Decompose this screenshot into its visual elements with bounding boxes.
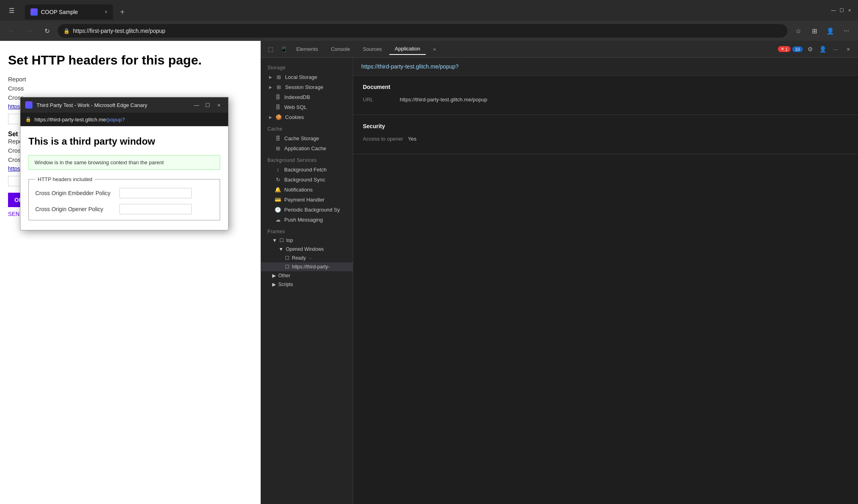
sidebar-item-local-storage[interactable]: ▶ ⊞ Local Storage xyxy=(261,72,353,82)
webpage-line-2: Cross xyxy=(8,85,253,92)
popup-url: https://third-party-test.glitch.me/popup… xyxy=(34,117,125,123)
active-tab[interactable]: COOP Sample × xyxy=(25,4,113,20)
indexeddb-label: IndexedDB xyxy=(284,94,310,100)
cache-storage-label: Cache Storage xyxy=(284,135,319,141)
devtools-sidebar: Storage ▶ ⊞ Local Storage ▶ ⊞ Session St… xyxy=(261,58,353,504)
tab-favicon xyxy=(30,8,38,16)
url-label: URL xyxy=(363,97,395,103)
sidebar-item-frames-top[interactable]: ▼ ☐ top xyxy=(261,236,353,245)
application-cache-label: Application Cache xyxy=(284,145,326,151)
sidebar-item-payment-handler[interactable]: 💳 Payment Handler xyxy=(261,195,353,205)
more-btn[interactable]: ··· xyxy=(840,24,853,38)
websql-label: Web SQL xyxy=(284,104,307,110)
frames-top-label: top xyxy=(286,238,293,243)
back-btn[interactable]: ← xyxy=(5,24,18,38)
star-btn[interactable]: ☆ xyxy=(791,24,805,38)
sidebar-item-session-storage[interactable]: ▶ ⊞ Session Storage xyxy=(261,82,353,92)
tab-elements[interactable]: Elements xyxy=(291,44,324,54)
sidebar-item-third-party[interactable]: ☐ https://third-party- xyxy=(261,262,353,271)
collections-btn[interactable]: ⊞ xyxy=(807,24,821,38)
devtools-panel: ⬚ 📱 Elements Console Sources Application… xyxy=(261,41,858,504)
session-storage-arrow: ▶ xyxy=(269,85,272,89)
popup-info-text: Window is in the same browsing context t… xyxy=(34,159,164,165)
devtools-device-icon[interactable]: 📱 xyxy=(278,44,289,55)
devtools-close-icon[interactable]: × xyxy=(843,44,854,55)
page-heading: Set HTTP headers for this page. xyxy=(8,53,253,68)
cache-storage-icon: 🗄 xyxy=(275,135,281,141)
popup-address-bar: 🔒 https://third-party-test.glitch.me/pop… xyxy=(20,113,228,126)
minimize-btn[interactable]: — xyxy=(830,7,837,14)
document-section-title: Document xyxy=(363,84,848,90)
devtools-tabbar: ⬚ 📱 Elements Console Sources Application… xyxy=(261,41,858,58)
sidebar-item-bg-fetch[interactable]: ↕ Background Fetch xyxy=(261,165,353,175)
errors-badge: ✕ 1 xyxy=(778,46,791,52)
popup-min-btn[interactable]: — xyxy=(192,101,201,109)
popup-field-2: Cross Origin Opener Policy xyxy=(35,204,213,214)
third-party-label: https://third-party- xyxy=(292,264,330,270)
popup-close-btn[interactable]: × xyxy=(214,101,223,109)
sidebar-item-cookies[interactable]: ▶ 🍪 Cookies xyxy=(261,112,353,122)
nav-actions: ☆ ⊞ 👤 ··· xyxy=(791,24,853,38)
sidebar-item-ready[interactable]: ☐ Ready → xyxy=(261,254,353,262)
popup-content: This is a third party window Window is i… xyxy=(20,126,228,230)
push-messaging-icon: ☁ xyxy=(275,217,281,223)
devtools-content: Storage ▶ ⊞ Local Storage ▶ ⊞ Session St… xyxy=(261,58,858,504)
tab-sources[interactable]: Sources xyxy=(357,44,388,54)
frames-label: Frames xyxy=(261,225,353,236)
security-section-title: Security xyxy=(363,123,848,129)
close-window-btn[interactable]: × xyxy=(846,7,853,14)
opened-windows-arrow: ▼ xyxy=(279,246,283,252)
tab-console[interactable]: Console xyxy=(325,44,356,54)
sidebar-item-indexeddb[interactable]: 🗄 IndexedDB xyxy=(261,92,353,102)
sidebar-item-cache-storage[interactable]: 🗄 Cache Storage xyxy=(261,133,353,143)
devtools-profile-icon[interactable]: 👤 xyxy=(817,44,828,55)
tab-application[interactable]: Application xyxy=(389,43,426,55)
devtools-settings-icon[interactable]: ⚙ xyxy=(804,44,816,55)
other-arrow: ▶ xyxy=(272,273,276,278)
title-bar: ☰ COOP Sample × + — ☐ × xyxy=(0,0,858,21)
ready-label: Ready xyxy=(292,255,306,261)
access-value: Yes xyxy=(408,136,416,142)
profile-btn[interactable]: 👤 xyxy=(824,24,837,38)
indexeddb-icon: 🗄 xyxy=(275,94,281,100)
new-tab-btn[interactable]: + xyxy=(115,4,130,20)
session-storage-icon: ⊞ xyxy=(275,84,282,90)
cookies-icon: 🍪 xyxy=(275,114,282,120)
sidebar-toggle-btn[interactable]: ☰ xyxy=(5,4,18,17)
popup-favicon xyxy=(25,101,32,109)
popup-field2-input[interactable] xyxy=(119,204,192,214)
popup-info-box: Window is in the same browsing context t… xyxy=(28,155,220,170)
sidebar-item-application-cache[interactable]: ⊞ Application Cache xyxy=(261,143,353,153)
popup-max-btn[interactable]: ☐ xyxy=(203,101,212,109)
sidebar-item-push-messaging[interactable]: ☁ Push Messaging xyxy=(261,215,353,225)
bg-fetch-icon: ↕ xyxy=(275,167,281,173)
forward-btn[interactable]: → xyxy=(22,24,36,38)
sidebar-item-opened-windows[interactable]: ▼ Opened Windows xyxy=(261,245,353,254)
devtools-actions: ✕ 1 10 ⚙ 👤 ··· × xyxy=(778,44,854,55)
other-label: Other xyxy=(278,273,290,278)
sidebar-item-other[interactable]: ▶ Other xyxy=(261,271,353,280)
reload-btn[interactable]: ↻ xyxy=(40,24,54,38)
warnings-badge: 10 xyxy=(792,46,803,52)
security-section: Security Access to opener Yes xyxy=(353,115,858,154)
sidebar-item-websql[interactable]: 🗄 Web SQL xyxy=(261,102,353,112)
frames-top-arrow: ▼ xyxy=(272,238,277,243)
sidebar-item-bg-sync[interactable]: ↻ Background Sync xyxy=(261,175,353,185)
tab-more[interactable]: » xyxy=(427,44,441,54)
popup-field1-input[interactable] xyxy=(119,188,192,198)
push-messaging-label: Push Messaging xyxy=(284,217,323,223)
devtools-cursor-icon[interactable]: ⬚ xyxy=(265,44,276,55)
cache-section-label: Cache xyxy=(261,122,353,133)
devtools-more-icon[interactable]: ··· xyxy=(830,44,841,55)
sidebar-item-periodic-bg-sync[interactable]: 🕐 Periodic Background Sy xyxy=(261,205,353,215)
warnings-count: 10 xyxy=(795,47,800,52)
maximize-btn[interactable]: ☐ xyxy=(838,7,845,14)
address-bar[interactable]: 🔒 https://first-party-test.glitch.me/pop… xyxy=(58,24,787,38)
popup-lock-icon: 🔒 xyxy=(25,117,31,122)
popup-url-base: https://third-party-test.glitch.me xyxy=(34,117,106,123)
sidebar-item-notifications[interactable]: 🔔 Notifications xyxy=(261,185,353,195)
session-storage-label: Session Storage xyxy=(285,84,323,90)
tab-close-btn[interactable]: × xyxy=(105,9,107,15)
sidebar-item-scripts[interactable]: ▶ Scripts xyxy=(261,280,353,289)
send-btn[interactable]: SEN xyxy=(8,211,20,217)
